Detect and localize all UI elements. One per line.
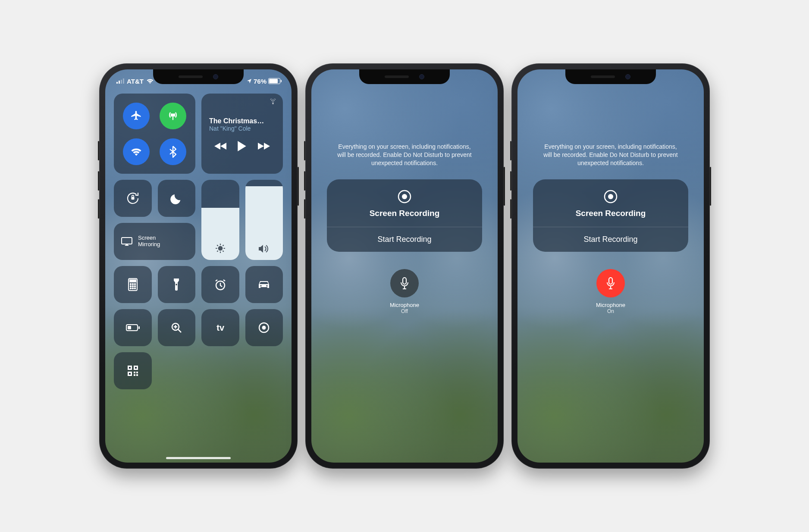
battery-icon: [268, 78, 280, 84]
apple-tv-icon: tv: [216, 323, 224, 333]
carrier-label: AT&T: [127, 78, 144, 85]
svg-rect-6: [131, 197, 134, 200]
bluetooth-toggle[interactable]: [160, 138, 186, 165]
airplane-icon: [130, 110, 142, 122]
svg-point-23: [267, 285, 268, 286]
wifi-icon: [130, 147, 142, 156]
forward-icon[interactable]: [257, 142, 270, 150]
flashlight-tile[interactable]: [158, 266, 196, 303]
mirror-label-1: Screen: [138, 235, 160, 241]
wifi-icon: [146, 78, 154, 84]
svg-rect-35: [129, 373, 131, 375]
microphone-state-on: On: [607, 308, 614, 314]
start-recording-button[interactable]: Start Recording: [327, 227, 482, 252]
microphone-icon: [606, 277, 615, 290]
low-power-tile[interactable]: [114, 309, 152, 346]
microphone-label: Microphone: [390, 302, 419, 308]
location-icon: [247, 78, 252, 84]
now-playing-tile[interactable]: The Christmas… Nat "King" Cole: [201, 94, 283, 174]
rotation-lock-tile[interactable]: [114, 180, 152, 217]
svg-rect-36: [134, 372, 135, 373]
svg-point-5: [273, 103, 273, 104]
svg-rect-42: [403, 278, 406, 284]
mirror-label-2: Mirroring: [138, 241, 160, 248]
calculator-tile[interactable]: [114, 266, 152, 303]
magnifier-icon: [170, 322, 182, 334]
svg-point-16: [134, 286, 135, 287]
play-icon[interactable]: [237, 141, 247, 152]
start-recording-button[interactable]: Start Recording: [533, 227, 688, 252]
notch: [359, 69, 450, 84]
recording-title: Screen Recording: [327, 209, 482, 218]
recording-disclaimer: Everything on your screen, including not…: [336, 143, 473, 167]
svg-point-11: [130, 284, 131, 285]
phone-recording-mic-off: Everything on your screen, including not…: [305, 63, 504, 469]
svg-rect-25: [138, 326, 140, 329]
brightness-icon: [215, 243, 226, 254]
media-title: The Christmas…: [209, 117, 275, 125]
antenna-icon: [167, 110, 179, 122]
svg-rect-3: [123, 78, 124, 84]
magnifier-tile[interactable]: [158, 309, 196, 346]
driving-mode-tile[interactable]: [245, 266, 283, 303]
recording-card: Screen Recording Start Recording: [327, 179, 482, 252]
battery-percent: 76%: [254, 78, 267, 85]
svg-point-15: [132, 286, 133, 287]
volume-slider[interactable]: [245, 180, 283, 260]
apple-tv-tile[interactable]: tv: [201, 309, 239, 346]
svg-rect-26: [128, 326, 131, 329]
qr-scanner-tile[interactable]: [114, 352, 152, 389]
svg-rect-38: [134, 374, 135, 376]
home-indicator[interactable]: [166, 457, 231, 459]
screen-recording-tile[interactable]: [245, 309, 283, 346]
microphone-toggle[interactable]: [390, 269, 419, 297]
wifi-toggle[interactable]: [123, 138, 150, 165]
notch: [565, 69, 656, 84]
signal-icon: [116, 78, 124, 84]
svg-rect-0: [116, 82, 118, 84]
low-power-icon: [125, 324, 140, 332]
screen-mirroring-tile[interactable]: ScreenMirroring: [114, 223, 195, 260]
microphone-toggle[interactable]: [596, 269, 625, 297]
svg-point-29: [262, 326, 266, 330]
recording-title: Screen Recording: [533, 209, 688, 218]
svg-rect-39: [136, 374, 138, 376]
airplane-mode-toggle[interactable]: [123, 103, 150, 129]
svg-point-41: [402, 194, 407, 199]
svg-point-19: [134, 288, 135, 289]
microphone-state-off: Off: [401, 308, 408, 314]
microphone-icon: [400, 277, 409, 290]
screen: Everything on your screen, including not…: [517, 69, 704, 463]
notch: [153, 69, 244, 84]
svg-rect-8: [122, 238, 132, 244]
record-icon: [258, 322, 270, 334]
do-not-disturb-tile[interactable]: [158, 180, 196, 217]
svg-point-7: [218, 247, 222, 250]
qr-icon: [127, 365, 139, 377]
recording-disclaimer: Everything on your screen, including not…: [542, 143, 680, 167]
svg-point-22: [260, 285, 262, 286]
calculator-icon: [128, 278, 138, 291]
brightness-slider[interactable]: [201, 180, 239, 260]
svg-rect-33: [129, 367, 131, 369]
svg-point-12: [132, 284, 133, 285]
svg-rect-45: [609, 278, 612, 284]
flashlight-icon: [173, 278, 180, 291]
control-center-grid: The Christmas… Nat "King" Cole: [114, 94, 283, 389]
microphone-label: Microphone: [596, 302, 625, 308]
record-icon: [603, 189, 618, 204]
svg-rect-20: [176, 284, 177, 285]
rewind-icon[interactable]: [214, 142, 227, 150]
svg-rect-2: [121, 80, 122, 84]
svg-point-4: [172, 114, 174, 116]
moon-icon: [170, 192, 182, 204]
cellular-data-toggle[interactable]: [160, 103, 186, 129]
svg-rect-34: [135, 367, 137, 369]
svg-point-14: [130, 286, 131, 287]
alarm-tile[interactable]: [201, 266, 239, 303]
svg-rect-10: [130, 280, 136, 282]
recording-card: Screen Recording Start Recording: [533, 179, 688, 252]
connectivity-tile[interactable]: [114, 94, 195, 174]
svg-point-17: [130, 288, 131, 289]
screen: AT&T 76%: [105, 69, 292, 463]
